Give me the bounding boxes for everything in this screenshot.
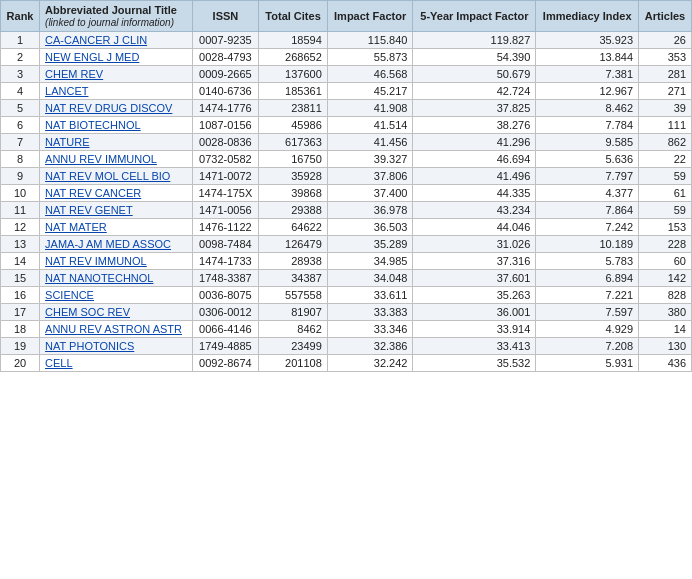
total-cites-cell: 23811	[259, 100, 327, 117]
journal-link[interactable]: ANNU REV ASTRON ASTR	[45, 323, 182, 335]
rank-cell: 12	[1, 219, 40, 236]
title-cell[interactable]: NAT REV CANCER	[40, 185, 192, 202]
total-cites-cell: 34387	[259, 270, 327, 287]
journal-link[interactable]: NAT REV MOL CELL BIO	[45, 170, 170, 182]
table-row: 10NAT REV CANCER1474-175X3986837.40044.3…	[1, 185, 692, 202]
immediacy-cell: 7.242	[536, 219, 639, 236]
five-year-cell: 38.276	[413, 117, 536, 134]
five-year-header: 5-Year Impact Factor	[413, 1, 536, 32]
five-year-cell: 33.413	[413, 338, 536, 355]
title-cell[interactable]: CELL	[40, 355, 192, 372]
immediacy-cell: 6.894	[536, 270, 639, 287]
five-year-cell: 41.296	[413, 134, 536, 151]
rank-cell: 16	[1, 287, 40, 304]
issn-cell: 1476-1122	[192, 219, 259, 236]
title-cell[interactable]: NAT REV GENET	[40, 202, 192, 219]
five-year-cell: 42.724	[413, 83, 536, 100]
immediacy-cell: 4.377	[536, 185, 639, 202]
total-cites-cell: 16750	[259, 151, 327, 168]
title-cell[interactable]: CA-CANCER J CLIN	[40, 32, 192, 49]
total-cites-cell: 18594	[259, 32, 327, 49]
journal-link[interactable]: NAT REV CANCER	[45, 187, 141, 199]
impact-factor-cell: 33.346	[327, 321, 413, 338]
title-cell[interactable]: SCIENCE	[40, 287, 192, 304]
issn-cell: 1087-0156	[192, 117, 259, 134]
table-row: 7NATURE0028-083661736341.45641.2969.5858…	[1, 134, 692, 151]
impact-factor-cell: 46.568	[327, 66, 413, 83]
issn-cell: 0140-6736	[192, 83, 259, 100]
total-cites-cell: 28938	[259, 253, 327, 270]
table-row: 8ANNU REV IMMUNOL0732-05821675039.32746.…	[1, 151, 692, 168]
articles-cell: 142	[639, 270, 692, 287]
issn-cell: 1474-1776	[192, 100, 259, 117]
five-year-cell: 37.316	[413, 253, 536, 270]
journal-link[interactable]: CHEM REV	[45, 68, 103, 80]
articles-cell: 111	[639, 117, 692, 134]
impact-factor-cell: 115.840	[327, 32, 413, 49]
title-cell[interactable]: ANNU REV ASTRON ASTR	[40, 321, 192, 338]
title-cell[interactable]: NAT PHOTONICS	[40, 338, 192, 355]
title-cell[interactable]: NATURE	[40, 134, 192, 151]
title-cell[interactable]: NAT BIOTECHNOL	[40, 117, 192, 134]
title-cell[interactable]: CHEM REV	[40, 66, 192, 83]
title-cell[interactable]: CHEM SOC REV	[40, 304, 192, 321]
journal-link[interactable]: ANNU REV IMMUNOL	[45, 153, 157, 165]
journal-link[interactable]: NEW ENGL J MED	[45, 51, 139, 63]
five-year-cell: 31.026	[413, 236, 536, 253]
title-cell[interactable]: ANNU REV IMMUNOL	[40, 151, 192, 168]
articles-cell: 380	[639, 304, 692, 321]
journal-link[interactable]: CELL	[45, 357, 73, 369]
journal-link[interactable]: CA-CANCER J CLIN	[45, 34, 147, 46]
title-cell[interactable]: LANCET	[40, 83, 192, 100]
title-cell[interactable]: NAT REV IMMUNOL	[40, 253, 192, 270]
total-cites-cell: 201108	[259, 355, 327, 372]
title-cell[interactable]: NAT REV MOL CELL BIO	[40, 168, 192, 185]
journal-link[interactable]: NAT REV GENET	[45, 204, 133, 216]
issn-cell: 1474-175X	[192, 185, 259, 202]
total-cites-cell: 35928	[259, 168, 327, 185]
journal-link[interactable]: CHEM SOC REV	[45, 306, 130, 318]
table-row: 19NAT PHOTONICS1749-48852349932.38633.41…	[1, 338, 692, 355]
issn-cell: 0028-0836	[192, 134, 259, 151]
issn-cell: 0066-4146	[192, 321, 259, 338]
total-cites-cell: 39868	[259, 185, 327, 202]
title-cell[interactable]: JAMA-J AM MED ASSOC	[40, 236, 192, 253]
journal-link[interactable]: SCIENCE	[45, 289, 94, 301]
articles-cell: 14	[639, 321, 692, 338]
journal-link[interactable]: LANCET	[45, 85, 88, 97]
journal-link[interactable]: NAT PHOTONICS	[45, 340, 134, 352]
rank-cell: 6	[1, 117, 40, 134]
total-cites-cell: 23499	[259, 338, 327, 355]
journal-link[interactable]: NAT BIOTECHNOL	[45, 119, 141, 131]
five-year-cell: 50.679	[413, 66, 536, 83]
issn-cell: 0009-2665	[192, 66, 259, 83]
immediacy-cell: 7.208	[536, 338, 639, 355]
journal-link[interactable]: NAT NANOTECHNOL	[45, 272, 153, 284]
title-cell[interactable]: NAT REV DRUG DISCOV	[40, 100, 192, 117]
issn-header: ISSN	[192, 1, 259, 32]
journal-link[interactable]: NAT REV IMMUNOL	[45, 255, 147, 267]
issn-cell: 1748-3387	[192, 270, 259, 287]
table-row: 3CHEM REV0009-266513760046.56850.6797.38…	[1, 66, 692, 83]
immediacy-cell: 12.967	[536, 83, 639, 100]
journal-link[interactable]: NATURE	[45, 136, 89, 148]
journal-link[interactable]: NAT MATER	[45, 221, 107, 233]
articles-cell: 26	[639, 32, 692, 49]
articles-cell: 60	[639, 253, 692, 270]
title-cell[interactable]: NEW ENGL J MED	[40, 49, 192, 66]
articles-cell: 271	[639, 83, 692, 100]
articles-cell: 59	[639, 202, 692, 219]
articles-cell: 353	[639, 49, 692, 66]
issn-cell: 0092-8674	[192, 355, 259, 372]
title-cell[interactable]: NAT NANOTECHNOL	[40, 270, 192, 287]
issn-cell: 1471-0072	[192, 168, 259, 185]
journal-link[interactable]: NAT REV DRUG DISCOV	[45, 102, 172, 114]
immediacy-cell: 7.784	[536, 117, 639, 134]
rank-cell: 1	[1, 32, 40, 49]
total-cites-cell: 185361	[259, 83, 327, 100]
title-cell[interactable]: NAT MATER	[40, 219, 192, 236]
impact-factor-cell: 36.503	[327, 219, 413, 236]
total-cites-header: Total Cites	[259, 1, 327, 32]
journal-link[interactable]: JAMA-J AM MED ASSOC	[45, 238, 171, 250]
table-row: 1CA-CANCER J CLIN0007-923518594115.84011…	[1, 32, 692, 49]
